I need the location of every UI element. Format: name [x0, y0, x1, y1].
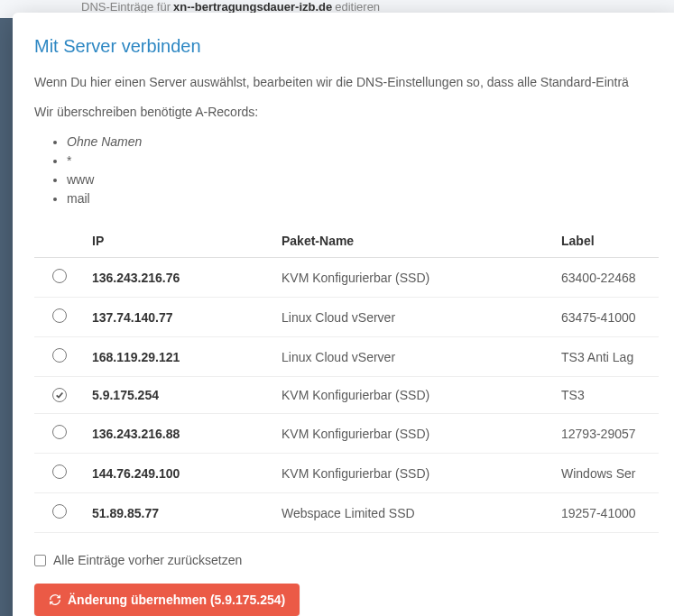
ip-cell: 136.243.216.76 — [85, 258, 274, 298]
server-radio[interactable] — [52, 388, 67, 402]
record-name: * — [67, 153, 71, 168]
ip-cell: 5.9.175.254 — [85, 377, 274, 414]
radio-cell[interactable] — [34, 337, 85, 377]
intro-line-2: Wir überschreiben benötigte A-Records: — [34, 103, 659, 122]
server-radio[interactable] — [52, 425, 67, 439]
apply-changes-button[interactable]: Änderung übernehmen (5.9.175.254) — [34, 584, 300, 616]
ip-cell: 144.76.249.100 — [85, 454, 274, 493]
list-item: * — [67, 152, 659, 170]
reset-checkbox-row[interactable]: Alle Einträge vorher zurücksetzen — [34, 553, 659, 567]
record-name: mail — [67, 191, 90, 206]
label-cell: 63400-22468 — [554, 258, 659, 298]
radio-cell[interactable] — [34, 258, 85, 298]
pkg-cell: KVM Konfigurierbar (SSD) — [274, 377, 554, 414]
modal-intro: Wenn Du hier einen Server auswählst, bea… — [34, 73, 659, 208]
ip-cell: 137.74.140.77 — [85, 298, 274, 337]
list-item: www — [67, 170, 659, 189]
table-row[interactable]: 137.74.140.77Linux Cloud vServer63475-41… — [34, 298, 659, 337]
radio-cell[interactable] — [34, 493, 85, 533]
table-header-row: IP Paket-Name Label — [34, 225, 659, 258]
list-item: mail — [67, 189, 659, 208]
bg-title-suffix: editieren — [335, 0, 380, 14]
ip-cell: 168.119.29.121 — [85, 337, 274, 377]
check-icon — [55, 391, 64, 400]
pkg-cell: Linux Cloud vServer — [274, 298, 554, 337]
table-row[interactable]: 136.243.216.76KVM Konfigurierbar (SSD)63… — [34, 258, 659, 298]
pkg-cell: Webspace Limited SSD — [274, 493, 554, 533]
server-radio[interactable] — [52, 308, 67, 323]
col-ip: IP — [85, 225, 274, 258]
table-row[interactable]: 136.243.216.88KVM Konfigurierbar (SSD)12… — [34, 414, 659, 454]
label-cell: TS3 — [554, 377, 659, 414]
override-records-list: Ohne Namen * www mail — [67, 133, 659, 208]
server-radio[interactable] — [52, 464, 67, 479]
reset-checkbox[interactable] — [34, 555, 46, 566]
modal-title: Mit Server verbinden — [34, 36, 659, 57]
pkg-cell: KVM Konfigurierbar (SSD) — [274, 454, 554, 493]
pkg-cell: KVM Konfigurierbar (SSD) — [274, 258, 554, 298]
pkg-cell: Linux Cloud vServer — [274, 337, 554, 377]
label-cell: Windows Ser — [554, 454, 659, 493]
ip-cell: 51.89.85.77 — [85, 493, 274, 533]
table-row[interactable]: 144.76.249.100KVM Konfigurierbar (SSD)Wi… — [34, 454, 659, 493]
bg-title-domain: xn--bertragungsdauer-izb.de — [173, 0, 332, 14]
server-radio[interactable] — [52, 269, 67, 283]
radio-cell[interactable] — [34, 298, 85, 337]
record-name: www — [67, 172, 94, 187]
connect-server-modal: Mit Server verbinden Wenn Du hier einen … — [13, 13, 674, 616]
col-pkg: Paket-Name — [274, 225, 554, 258]
list-item: Ohne Namen — [67, 133, 659, 152]
server-radio[interactable] — [52, 504, 67, 519]
col-label: Label — [554, 225, 659, 258]
radio-cell[interactable] — [34, 414, 85, 454]
reset-checkbox-label[interactable]: Alle Einträge vorher zurücksetzen — [53, 553, 242, 567]
label-cell: 12793-29057 — [554, 414, 659, 454]
record-name: Ohne Namen — [67, 134, 142, 149]
radio-cell[interactable] — [34, 377, 85, 414]
server-table: IP Paket-Name Label 136.243.216.76KVM Ko… — [34, 225, 659, 533]
label-cell: 63475-41000 — [554, 298, 659, 337]
table-row[interactable]: 5.9.175.254KVM Konfigurierbar (SSD)TS3 — [34, 377, 659, 414]
radio-cell[interactable] — [34, 454, 85, 493]
table-row[interactable]: 168.119.29.121Linux Cloud vServerTS3 Ant… — [34, 337, 659, 377]
label-cell: 19257-41000 — [554, 493, 659, 533]
table-row[interactable]: 51.89.85.77Webspace Limited SSD19257-410… — [34, 493, 659, 533]
bg-title-prefix: DNS-Einträge für — [81, 0, 171, 14]
apply-button-label: Änderung übernehmen (5.9.175.254) — [68, 593, 285, 607]
ip-cell: 136.243.216.88 — [85, 414, 274, 454]
pkg-cell: KVM Konfigurierbar (SSD) — [274, 414, 554, 454]
refresh-icon — [49, 593, 61, 606]
intro-line-1: Wenn Du hier einen Server auswählst, bea… — [34, 73, 659, 92]
col-select — [34, 225, 85, 258]
label-cell: TS3 Anti Lag — [554, 337, 659, 377]
server-radio[interactable] — [52, 348, 67, 363]
